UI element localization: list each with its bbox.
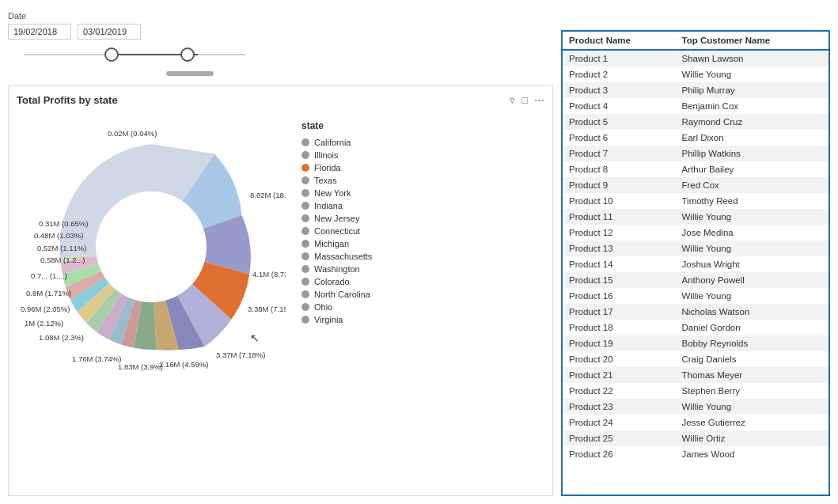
table-row[interactable]: Product 19Bobby Reynolds [563,335,829,351]
label-michigan: 1M (2.12%) [25,319,63,328]
table-row[interactable]: Product 14Joshua Wright [563,256,829,272]
legend-dot-ohio [301,303,309,311]
cell-product-name: Product 25 [563,430,675,446]
table-row[interactable]: Product 8Arthur Bailey [563,161,829,177]
col-customer-name: Top Customer Name [675,32,829,50]
product-table: Product Name Top Customer Name Product 1… [563,32,829,462]
table-row[interactable]: Product 3Philip Murray [563,82,829,98]
label-indiana: 1.83M (3.9%) [118,362,163,371]
cell-product-name: Product 15 [563,272,675,288]
table-row[interactable]: Product 15Anthony Powell [563,272,829,288]
legend-label-virginia: Virginia [314,315,343,324]
table-row[interactable]: Product 16Willie Young [563,288,829,304]
legend-dot-newyork [301,189,309,197]
cell-customer-name: James Wood [675,446,829,462]
table-row[interactable]: Product 4Benjamin Cox [563,98,829,114]
table-row[interactable]: Product 5Raymond Cruz [563,114,829,130]
table-row[interactable]: Product 7Phillip Watkins [563,146,829,161]
donut-chart-svg: 8.82M (18.77%) 4.1M (8.73%) 3.38M (7.19%… [17,112,286,381]
cell-product-name: Product 20 [563,351,675,367]
cell-customer-name: Willie Young [675,241,829,256]
scroll-indicator [166,71,214,76]
cell-customer-name: Arthur Bailey [675,161,829,177]
legend-newjersey: New Jersey [301,214,372,223]
legend-label-newjersey: New Jersey [314,214,359,223]
table-row[interactable]: Product 12Jose Medina [563,225,829,241]
cell-product-name: Product 18 [563,320,675,335]
label-colorado: 0.7... (1....) [31,271,67,280]
legend-colorado: Colorado [301,277,372,286]
slider-handle-right[interactable] [180,47,195,62]
legend-label-texas: Texas [314,176,337,185]
label-other2: 0.02M (0.04%) [108,129,157,138]
legend-dot-illinois [301,151,309,159]
legend-label-michigan: Michigan [314,239,349,248]
table-row[interactable]: Product 20Craig Daniels [563,351,829,367]
legend-label-california: California [314,138,351,147]
cell-customer-name: Earl Dixon [675,130,829,146]
label-california: 8.82M (18.77%) [250,191,286,199]
legend-label-newyork: New York [314,188,351,198]
table-row[interactable]: Product 22Stephen Berry [563,383,829,399]
cell-customer-name: Willie Ortiz [675,430,829,446]
table-row[interactable]: Product 18Daniel Gordon [563,320,829,335]
label-virginia: 0.48M (1.03%) [34,231,83,240]
date-from-input[interactable] [8,24,71,40]
filter-icon[interactable]: ▿ [510,94,515,106]
legend-label-indiana: Indiana [314,201,343,210]
cell-customer-name: Timothy Reed [675,193,829,209]
legend-virginia: Virginia [301,315,372,324]
main-container: Date Total Profits by state ▿ □ ⋯ [0,0,838,504]
table-row[interactable]: Product 25Willie Ortiz [563,430,829,446]
cell-customer-name: Benjamin Cox [675,98,829,114]
cell-product-name: Product 3 [563,82,675,98]
table-row[interactable]: Product 9Fred Cox [563,177,829,193]
more-icon[interactable]: ⋯ [534,94,544,106]
table-row[interactable]: Product 1Shawn Lawson [563,50,829,66]
table-row[interactable]: Product 13Willie Young [563,241,829,256]
legend-northcarolina: North Carolina [301,290,372,299]
cell-product-name: Product 21 [563,367,675,383]
table-row[interactable]: Product 10Timothy Reed [563,193,829,209]
table-row[interactable]: Product 23Willie Young [563,399,829,415]
date-to-input[interactable] [78,24,141,40]
cell-product-name: Product 17 [563,304,675,320]
table-row[interactable]: Product 2Willie Young [563,66,829,82]
legend-massachusetts: Massachusetts [301,252,372,261]
label-texas: 3.37M (7.18%) [216,351,265,359]
label-ohio: 0.52M (1.11%) [37,244,86,252]
cell-customer-name: Jesse Gutierrez [675,415,829,430]
legend-dot-massachusetts [301,252,309,260]
date-label: Date [8,11,553,21]
cell-customer-name: Phillip Watkins [675,146,829,161]
focus-icon[interactable]: □ [521,94,528,106]
label-other1: 0.31M (0.65%) [39,219,88,228]
table-header-row: Product Name Top Customer Name [563,32,829,50]
donut-hole [96,191,207,302]
table-wrapper[interactable]: Product Name Top Customer Name Product 1… [563,32,829,495]
table-row[interactable]: Product 17Nicholas Watson [563,304,829,320]
slider-handle-left[interactable] [104,47,119,62]
legend-dot-newjersey [301,214,309,222]
legend-indiana: Indiana [301,201,372,210]
table-row[interactable]: Product 26James Wood [563,446,829,462]
cell-customer-name: Stephen Berry [675,383,829,399]
legend-dot-connecticut [301,227,309,235]
legend-label-illinois: Illinois [314,150,339,160]
table-row[interactable]: Product 24Jesse Gutierrez [563,415,829,430]
cell-customer-name: Bobby Reynolds [675,335,829,351]
right-panel-table: Product Name Top Customer Name Product 1… [561,30,830,496]
table-row[interactable]: Product 11Willie Young [563,209,829,225]
table-row[interactable]: Product 21Thomas Meyer [563,367,829,383]
table-body: Product 1Shawn LawsonProduct 2Willie You… [563,50,829,462]
cell-customer-name: Willie Young [675,66,829,82]
donut-chart-wrapper: 8.82M (18.77%) 4.1M (8.73%) 3.38M (7.19%… [17,112,286,413]
cell-product-name: Product 23 [563,399,675,415]
date-slider[interactable] [8,43,261,66]
legend-dot-virginia [301,316,309,324]
legend-washington: Washington [301,264,372,274]
legend-label-washington: Washington [314,264,360,274]
label-illinois: 4.1M (8.73%) [252,270,286,279]
cell-product-name: Product 10 [563,193,675,209]
table-row[interactable]: Product 6Earl Dixon [563,130,829,146]
